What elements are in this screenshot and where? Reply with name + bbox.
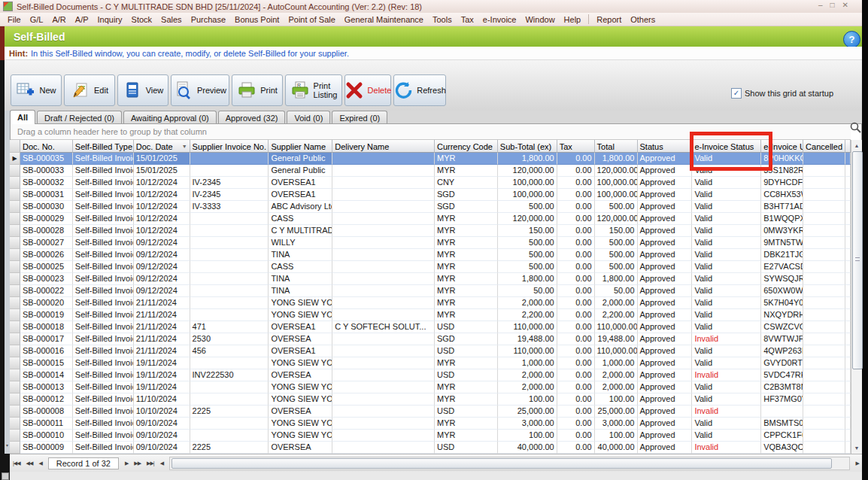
cell-doc_no[interactable]: SB-000015 <box>20 357 73 369</box>
last-record-icon[interactable]: ▶▶| <box>144 460 157 466</box>
table-row[interactable]: SB-000031Self-Billed Invoice10/12/2024IV… <box>10 189 851 201</box>
cell-cancelled[interactable] <box>803 297 845 309</box>
cell-delivery[interactable] <box>332 357 435 369</box>
row-indicator[interactable] <box>10 381 20 393</box>
table-row[interactable]: SB-000025Self-Billed Invoice09/12/2024CA… <box>10 261 851 273</box>
cell-subtotal[interactable]: 110,000.00 <box>498 345 557 357</box>
tab-approved-32[interactable]: Approved (32) <box>218 111 286 124</box>
cell-uuid[interactable]: SYWSQJR2... <box>761 273 803 285</box>
tab-void-0[interactable]: Void (0) <box>287 111 330 124</box>
cell-subtotal[interactable]: 500.00 <box>498 261 557 273</box>
row-indicator[interactable] <box>10 177 20 189</box>
close-icon[interactable]: ✕ <box>842 1 848 9</box>
cell-cancelled[interactable] <box>803 189 845 201</box>
cell-tax[interactable]: 0.00 <box>557 201 595 213</box>
cell-currency[interactable]: MYR <box>435 249 498 261</box>
cell-type[interactable]: Self-Billed Invoice <box>73 177 134 189</box>
cell-subtotal[interactable]: 1,000.00 <box>498 357 557 369</box>
cell-total[interactable]: 110,000.00 <box>595 345 638 357</box>
cell-currency[interactable]: USD <box>435 369 498 381</box>
row-indicator[interactable] <box>10 321 20 333</box>
cell-delivery[interactable] <box>332 285 435 297</box>
cell-doc_no[interactable]: SB-000011 <box>20 418 73 430</box>
cell-supplier_inv[interactable] <box>190 309 269 321</box>
cell-status[interactable]: Approved <box>638 201 693 213</box>
cell-date[interactable]: 10/10/2024 <box>134 406 190 418</box>
cell-currency[interactable]: MYR <box>435 153 498 165</box>
cell-delivery[interactable] <box>332 393 435 406</box>
cell-uuid[interactable]: 650XW0WZ... <box>761 285 803 297</box>
table-row[interactable]: SB-000008Self-Billed Invoice10/10/202422… <box>10 406 851 418</box>
table-row[interactable]: SB-000030Self-Billed Invoice10/12/2024IV… <box>10 201 851 213</box>
cell-total[interactable]: 100,000.00 <box>595 177 638 189</box>
row-indicator[interactable] <box>10 261 20 273</box>
hscroll-right-icon[interactable]: ▶ <box>853 460 862 466</box>
delete-button[interactable]: Delete <box>344 74 391 106</box>
menu-item-window[interactable]: Window <box>520 15 559 24</box>
cell-supplier_inv[interactable]: 2530 <box>190 333 269 345</box>
cell-total[interactable]: 40,000.00 <box>595 442 638 454</box>
cell-supplier[interactable]: ABC Advisory Ltd <box>269 201 332 213</box>
cell-date[interactable]: 21/11/2024 <box>134 345 190 357</box>
cell-total[interactable]: 2,200.00 <box>595 309 638 321</box>
menu-item-a-p[interactable]: A/P <box>71 15 93 24</box>
cell-currency[interactable]: USD <box>435 442 498 454</box>
cell-date[interactable]: 09/12/2024 <box>134 261 190 273</box>
cell-doc_no[interactable]: SB-000022 <box>20 285 73 297</box>
cell-cancelled[interactable] <box>803 153 845 165</box>
cell-status[interactable]: Approved <box>638 369 693 381</box>
cell-delivery[interactable] <box>332 261 435 273</box>
cell-status[interactable]: Approved <box>638 153 693 165</box>
cell-cancelled[interactable] <box>803 430 845 442</box>
cell-date[interactable]: 10/12/2024 <box>134 177 190 189</box>
row-indicator[interactable] <box>10 430 20 442</box>
cell-supplier_inv[interactable] <box>190 153 269 165</box>
cell-currency[interactable]: MYR <box>435 273 498 285</box>
cell-uuid[interactable]: VQBA3QCC... <box>761 442 803 454</box>
cell-subtotal[interactable]: 120,000.00 <box>498 165 557 177</box>
row-indicator[interactable] <box>10 189 20 201</box>
cell-currency[interactable]: MYR <box>435 297 498 309</box>
cell-tax[interactable]: 0.00 <box>557 213 595 225</box>
cell-uuid[interactable]: GVYD0RTC... <box>761 357 803 369</box>
cell-supplier[interactable]: OVERSEA <box>269 333 332 345</box>
cell-total[interactable]: 1,800.00 <box>595 273 638 285</box>
cell-subtotal[interactable]: 500.00 <box>498 201 557 213</box>
cell-cancelled[interactable] <box>803 357 845 369</box>
cell-total[interactable]: 1,800.00 <box>595 153 638 165</box>
cell-subtotal[interactable]: 2,000.00 <box>498 297 557 309</box>
cell-supplier[interactable]: OVERSEA <box>269 369 332 381</box>
cell-currency[interactable]: MYR <box>435 225 498 237</box>
cell-date[interactable]: 09/12/2024 <box>134 249 190 261</box>
cell-tax[interactable]: 0.00 <box>557 261 595 273</box>
cell-status[interactable]: Approved <box>638 297 693 309</box>
cell-supplier[interactable]: YONG SIEW YOONG <box>269 430 332 442</box>
cell-delivery[interactable] <box>332 153 435 165</box>
column-header-date[interactable]: Doc. Date▼ <box>134 140 190 153</box>
cell-doc_no[interactable]: SB-000017 <box>20 333 73 345</box>
cell-date[interactable]: 21/11/2024 <box>134 309 190 321</box>
cell-supplier_inv[interactable] <box>190 357 269 369</box>
cell-uuid[interactable]: 8VWTWJFQ... <box>761 333 803 345</box>
cell-supplier[interactable]: CASS <box>269 213 332 225</box>
cell-currency[interactable]: MYR <box>435 165 498 177</box>
cell-cancelled[interactable] <box>803 442 845 454</box>
cell-delivery[interactable] <box>332 201 435 213</box>
cell-einv[interactable]: Valid <box>692 285 761 297</box>
cell-tax[interactable]: 0.00 <box>557 406 595 418</box>
cell-cancelled[interactable] <box>803 406 845 418</box>
cell-currency[interactable]: MYR <box>435 261 498 273</box>
cell-currency[interactable]: CNY <box>435 177 498 189</box>
cell-currency[interactable]: MYR <box>435 285 498 297</box>
cell-uuid[interactable]: HF37MG0V... <box>761 393 803 406</box>
cell-subtotal[interactable]: 100,000.00 <box>498 177 557 189</box>
cell-doc_no[interactable]: SB-000025 <box>20 261 73 273</box>
column-header-doc_no[interactable]: Doc. No. <box>20 140 73 153</box>
cell-doc_no[interactable]: SB-000014 <box>20 369 73 381</box>
cell-supplier_inv[interactable] <box>190 381 269 393</box>
maximize-icon[interactable]: □ <box>830 1 835 9</box>
cell-delivery[interactable] <box>332 418 435 430</box>
cell-status[interactable]: Approved <box>638 430 693 442</box>
edit-button[interactable]: Edit <box>64 74 115 106</box>
cell-currency[interactable]: USD <box>435 406 498 418</box>
